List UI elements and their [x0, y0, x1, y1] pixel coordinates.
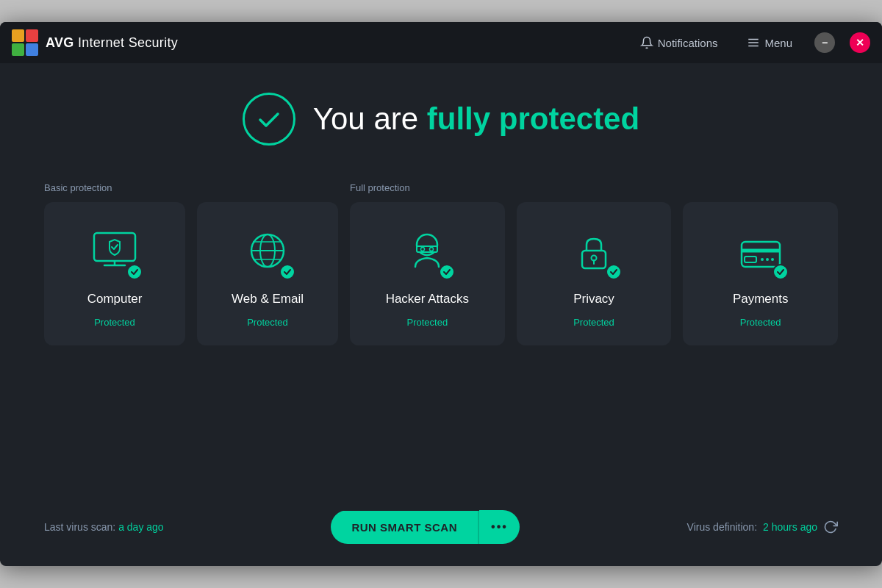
computer-card-status: Protected: [94, 317, 135, 328]
full-protection-label: Full protection: [350, 182, 838, 193]
footer-left: Last virus scan: a day ago: [44, 521, 164, 533]
web-email-card-status: Protected: [247, 317, 288, 328]
basic-protection-label: Basic protection: [44, 182, 338, 193]
titlebar: AVG Internet Security Notifications Menu…: [0, 22, 882, 63]
svg-point-25: [761, 258, 764, 261]
web-email-badge: [279, 264, 295, 280]
minimize-button[interactable]: −: [814, 32, 835, 53]
payments-card[interactable]: Payments Protected: [683, 202, 838, 345]
protection-check-circle: [243, 93, 295, 146]
titlebar-right: Notifications Menu − ✕: [633, 32, 870, 54]
svg-rect-7: [94, 233, 135, 261]
svg-rect-3: [26, 43, 38, 56]
svg-point-27: [771, 258, 774, 261]
payments-card-name: Payments: [733, 292, 789, 306]
scan-group: RUN SMART SCAN •••: [331, 510, 519, 544]
app-title: AVG Internet Security: [46, 35, 178, 51]
hacker-attacks-card-status: Protected: [407, 317, 448, 328]
run-smart-scan-button[interactable]: RUN SMART SCAN: [331, 511, 479, 544]
main-content: You are fully protected Basic protection…: [0, 63, 882, 566]
web-email-card[interactable]: Web & Email Protected: [197, 202, 338, 345]
payments-badge: [772, 264, 789, 280]
web-email-card-name: Web & Email: [232, 292, 304, 306]
computer-card[interactable]: Computer Protected: [44, 202, 185, 345]
avg-logo-icon: [12, 29, 38, 56]
computer-badge: [126, 264, 143, 280]
section-labels: Basic protection Full protection: [44, 182, 838, 193]
hero-text: You are fully protected: [313, 101, 639, 137]
hacker-attacks-card-name: Hacker Attacks: [386, 292, 469, 306]
svg-rect-24: [745, 257, 756, 262]
refresh-icon[interactable]: [823, 520, 838, 534]
footer-right: Virus definition: 2 hours ago: [687, 520, 838, 534]
privacy-card[interactable]: Privacy Protected: [517, 202, 672, 345]
logo-area: AVG Internet Security: [12, 29, 633, 56]
web-email-icon: [238, 223, 297, 282]
payments-icon: [731, 223, 790, 282]
check-icon: [256, 106, 282, 132]
payments-card-status: Protected: [740, 317, 781, 328]
menu-button[interactable]: Menu: [739, 32, 800, 54]
cards-row: Computer Protected: [44, 202, 838, 345]
privacy-icon: [564, 223, 623, 282]
menu-icon: [747, 36, 760, 49]
svg-rect-0: [12, 29, 24, 42]
close-button[interactable]: ✕: [850, 32, 870, 53]
svg-rect-2: [12, 43, 24, 56]
computer-card-name: Computer: [87, 292, 143, 306]
computer-icon: [85, 223, 144, 282]
privacy-card-name: Privacy: [573, 292, 614, 306]
privacy-badge: [606, 264, 622, 280]
bell-icon: [640, 36, 653, 49]
notifications-button[interactable]: Notifications: [633, 32, 725, 54]
privacy-card-status: Protected: [573, 317, 614, 328]
svg-rect-16: [417, 246, 437, 252]
hero-section: You are fully protected: [243, 93, 639, 146]
app-window: AVG Internet Security Notifications Menu…: [0, 22, 882, 566]
protection-area: Basic protection Full protection: [44, 182, 838, 345]
svg-point-26: [766, 258, 769, 261]
svg-rect-1: [26, 29, 38, 42]
footer: Last virus scan: a day ago RUN SMART SCA…: [44, 495, 838, 544]
hacker-attacks-card[interactable]: Hacker Attacks Protected: [350, 202, 505, 345]
hacker-attacks-icon: [398, 223, 456, 282]
scan-more-button[interactable]: •••: [479, 510, 520, 544]
